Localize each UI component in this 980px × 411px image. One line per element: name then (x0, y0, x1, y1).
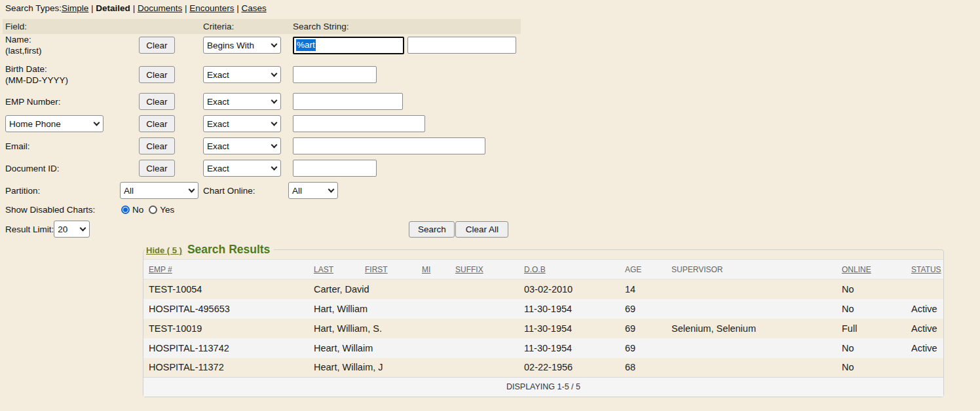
search-type-detailed[interactable]: Detailed (96, 3, 130, 13)
column-label-first[interactable]: FIRST (365, 265, 388, 274)
chevron-down-icon (189, 187, 195, 193)
column-header-online[interactable]: ONLINE (837, 260, 906, 279)
column-label-online[interactable]: ONLINE (842, 265, 871, 274)
cell-emp-number: TEST-10054 (143, 279, 309, 299)
nav-separator: | (234, 3, 241, 13)
chart-online-select[interactable]: All (288, 182, 338, 199)
cell-name: Carter, David (309, 279, 519, 299)
emp-number-clear-button[interactable]: Clear (139, 93, 175, 110)
search-type-simple[interactable]: Simple (62, 3, 88, 13)
document-id-clear-button[interactable]: Clear (139, 160, 175, 177)
column-header-dob[interactable]: D.O.B (519, 260, 620, 279)
column-header-emp-number[interactable]: EMP # (143, 260, 309, 279)
email-input[interactable] (293, 137, 485, 154)
cell-dob: 03-02-2010 (519, 279, 620, 299)
name-search-input[interactable]: %art (293, 37, 404, 54)
partition-select[interactable]: All (120, 182, 198, 199)
partition-row: Partition: All Chart Online: All (0, 182, 980, 199)
column-label-mi[interactable]: MI (422, 265, 430, 274)
show-disabled-radio-no[interactable]: No (121, 205, 143, 215)
result-row[interactable]: TEST-10019Hart, William, S.11-30-195469S… (143, 319, 943, 338)
column-header-mi[interactable]: MI (417, 260, 450, 279)
phone-input[interactable] (293, 115, 425, 132)
result-row[interactable]: TEST-10054Carter, David03-02-201014No (143, 279, 943, 299)
results-header-row: EMP #LASTFIRSTMISUFFIXD.O.BAGESUPERVISOR… (143, 260, 943, 279)
nav-separator: | (88, 3, 96, 13)
emp-number-label: EMP Number: (5, 96, 139, 107)
column-label-suffix[interactable]: SUFFIX (455, 265, 483, 274)
name-row: Name: (last,first) Clear Begins With %ar… (0, 34, 980, 56)
cell-emp-number: HOSPITAL-11372 (143, 358, 309, 378)
field-column-label: Field: (5, 22, 203, 31)
search-types-label: Search Types: (5, 3, 62, 13)
cell-emp-number: HOSPITAL-113742 (143, 338, 309, 358)
clear-all-button[interactable]: Clear All (455, 221, 508, 238)
search-type-documents[interactable]: Documents (138, 3, 182, 13)
birth-date-clear-button[interactable]: Clear (139, 66, 175, 83)
birth-date-input[interactable] (293, 66, 377, 83)
search-type-cases[interactable]: Cases (242, 3, 267, 13)
cell-emp-number: HOSPITAL-495653 (143, 299, 309, 319)
name-clear-button[interactable]: Clear (139, 37, 175, 54)
cell-status (906, 358, 943, 378)
column-label-last[interactable]: LAST (314, 265, 333, 274)
phone-clear-button[interactable]: Clear (139, 115, 175, 132)
email-criteria-select[interactable]: Exact (203, 137, 281, 154)
column-header-status[interactable]: STATUS (906, 260, 943, 279)
cell-age: 69 (620, 299, 666, 319)
phone-type-select[interactable]: Home Phone (5, 115, 104, 132)
cell-age: 69 (620, 319, 666, 338)
result-limit-label: Result Limit: (5, 224, 54, 234)
cell-online: No (837, 338, 906, 358)
form-column-headers: Field: Criteria: Search String: (3, 19, 521, 34)
result-row[interactable]: HOSPITAL-113742Heart, Willaim11-30-19546… (143, 338, 943, 358)
search-button[interactable]: Search (409, 221, 455, 238)
column-label-age: AGE (625, 265, 641, 274)
cell-status: Active (906, 338, 943, 358)
cell-supervisor (666, 299, 837, 319)
phone-row: Home Phone Clear Exact (0, 115, 980, 132)
document-id-criteria-select[interactable]: Exact (203, 160, 281, 177)
results-footer-row: DISPLAYING 1-5 / 5 (143, 378, 943, 397)
birth-date-criteria-select[interactable]: Exact (203, 66, 281, 83)
result-row[interactable]: HOSPITAL-11372Heart, Willaim, J02-22-195… (143, 358, 943, 378)
name-label: Name: (last,first) (5, 34, 139, 56)
result-limit-select[interactable]: 20 (54, 221, 90, 238)
cell-name: Hart, William, S. (309, 319, 519, 338)
partition-label: Partition: (5, 185, 120, 196)
column-label-status[interactable]: STATUS (911, 265, 941, 274)
name-criteria-select[interactable]: Begins With (203, 37, 281, 54)
name-search-input-2[interactable] (407, 37, 516, 54)
displaying-count: DISPLAYING 1-5 / 5 (143, 378, 943, 397)
search-type-encounters[interactable]: Encounters (189, 3, 234, 13)
hide-results-link[interactable]: Hide ( 5 ) (146, 245, 182, 255)
column-label-emp-number[interactable]: EMP # (149, 265, 172, 274)
cell-status: Active (906, 299, 943, 319)
cell-age: 68 (620, 358, 666, 378)
cell-supervisor (666, 279, 837, 299)
chevron-down-icon (271, 71, 278, 77)
birth-date-row: Birth Date: (MM-DD-YYYY) Clear Exact (0, 63, 980, 86)
column-header-first[interactable]: FIRST (360, 260, 417, 279)
cell-online: No (837, 279, 906, 299)
document-id-label: Document ID: (5, 163, 139, 174)
emp-number-criteria-select[interactable]: Exact (203, 93, 281, 110)
document-id-input[interactable] (293, 160, 377, 177)
cell-status (906, 279, 943, 299)
result-row[interactable]: HOSPITAL-495653Hart, William11-30-195469… (143, 299, 943, 319)
cell-supervisor (666, 338, 837, 358)
radio-selected-icon (121, 206, 130, 214)
column-label-dob[interactable]: D.O.B (524, 265, 546, 274)
email-clear-button[interactable]: Clear (139, 137, 175, 154)
cell-dob: 11-30-1954 (519, 338, 620, 358)
phone-criteria-select[interactable]: Exact (203, 115, 281, 132)
email-label: Email: (5, 141, 139, 152)
show-disabled-label: Show Disabled Charts: (5, 204, 121, 215)
column-header-suffix[interactable]: SUFFIX (450, 260, 519, 279)
chevron-down-icon (271, 164, 278, 171)
show-disabled-row: Show Disabled Charts: No Yes (0, 204, 980, 215)
column-header-last[interactable]: LAST (309, 260, 360, 279)
show-disabled-radio-yes[interactable]: Yes (149, 205, 174, 215)
emp-number-input[interactable] (293, 93, 403, 110)
results-table: EMP #LASTFIRSTMISUFFIXD.O.BAGESUPERVISOR… (143, 259, 943, 397)
